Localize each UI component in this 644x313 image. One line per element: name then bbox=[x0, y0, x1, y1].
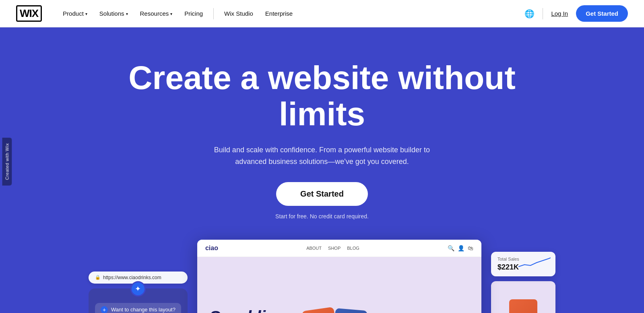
right-panel: Total Sales $221K ciao bbox=[491, 252, 555, 313]
hero-cta-subtext: Start for free. No credit card required. bbox=[275, 213, 369, 220]
hero-get-started-button[interactable]: Get Started bbox=[276, 182, 368, 206]
product-can-orange: ciao bbox=[509, 299, 537, 313]
navbar-divider bbox=[543, 8, 543, 19]
mockup-body: Sparkling Fruit Soda SHOP NOW ciao ciao bbox=[197, 257, 481, 313]
left-panel: 🔒 https://www.ciaodrinks.com ✦ + Want to… bbox=[89, 272, 188, 313]
get-started-button-nav[interactable]: Get Started bbox=[576, 5, 628, 22]
can-blue: ciao bbox=[331, 308, 367, 313]
product-cans-group: ciao ciao bbox=[301, 309, 365, 313]
sales-card-value: $221K bbox=[497, 263, 519, 272]
sales-chart bbox=[518, 257, 551, 269]
chevron-down-icon: ▾ bbox=[126, 12, 128, 16]
mockup-brand-name: ciao bbox=[205, 245, 218, 252]
mockup-heading: Sparkling Fruit Soda bbox=[209, 308, 293, 313]
url-text: https://www.ciaodrinks.com bbox=[103, 275, 161, 280]
navbar-right: 🌐 Log In Get Started bbox=[522, 5, 628, 22]
language-selector-icon[interactable]: 🌐 bbox=[522, 7, 536, 21]
logo[interactable]: WIX bbox=[16, 5, 42, 22]
nav-item-solutions[interactable]: Solutions ▾ bbox=[95, 7, 133, 20]
mockup-text-block: Sparkling Fruit Soda SHOP NOW bbox=[209, 308, 293, 313]
nav-item-pricing[interactable]: Pricing bbox=[180, 7, 208, 20]
nav-item-resources[interactable]: Resources ▾ bbox=[135, 7, 178, 20]
nav-item-product[interactable]: Product ▾ bbox=[58, 7, 92, 20]
cart-icon: 🛍 bbox=[468, 245, 473, 251]
nav-divider bbox=[213, 8, 214, 19]
ai-star-icon: ✦ bbox=[130, 281, 146, 296]
hero-subtitle: Build and scale with confidence. From a … bbox=[209, 144, 435, 168]
ai-bubble-1: + Want to change this layout? bbox=[95, 303, 181, 313]
plus-icon: + bbox=[101, 306, 108, 313]
sales-card-title: Total Sales bbox=[497, 257, 519, 261]
can-orange: ciao bbox=[301, 307, 341, 313]
user-icon: 👤 bbox=[458, 245, 464, 251]
navbar: WIX Product ▾ Solutions ▾ Resources ▾ Pr… bbox=[0, 0, 644, 27]
mockup-navbar: ciao ABOUT SHOP BLOG 🔍 👤 🛍 bbox=[197, 240, 481, 257]
chevron-down-icon: ▾ bbox=[85, 12, 87, 16]
sales-card-inner: Total Sales $221K bbox=[497, 257, 549, 272]
hero-preview: 🔒 https://www.ciaodrinks.com ✦ + Want to… bbox=[89, 240, 555, 313]
sales-card-content: Total Sales $221K bbox=[497, 257, 519, 272]
wix-logo-text[interactable]: WIX bbox=[16, 5, 42, 22]
nav-item-wix-studio[interactable]: Wix Studio bbox=[219, 7, 258, 20]
search-icon: 🔍 bbox=[448, 245, 454, 251]
hero-title: Create a website without limits bbox=[101, 60, 543, 132]
mockup-action-icons: 🔍 👤 🛍 bbox=[448, 245, 473, 251]
login-button[interactable]: Log In bbox=[549, 7, 570, 20]
ai-panel: ✦ + Want to change this layout? Make it … bbox=[89, 288, 188, 313]
mockup-nav-links: ABOUT SHOP BLOG bbox=[306, 246, 359, 251]
sales-card: Total Sales $221K bbox=[491, 252, 555, 276]
product-card: ciao bbox=[491, 281, 555, 313]
chevron-down-icon: ▾ bbox=[170, 12, 172, 16]
center-website-preview: ciao ABOUT SHOP BLOG 🔍 👤 🛍 Sparkling Fru… bbox=[197, 240, 481, 313]
nav-item-enterprise[interactable]: Enterprise bbox=[260, 7, 297, 20]
lock-icon: 🔒 bbox=[95, 275, 101, 280]
nav-links: Product ▾ Solutions ▾ Resources ▾ Pricin… bbox=[58, 7, 522, 20]
created-with-wix-tab: Created with Wix bbox=[2, 137, 12, 185]
hero-section: Create a website without limits Build an… bbox=[0, 27, 644, 313]
